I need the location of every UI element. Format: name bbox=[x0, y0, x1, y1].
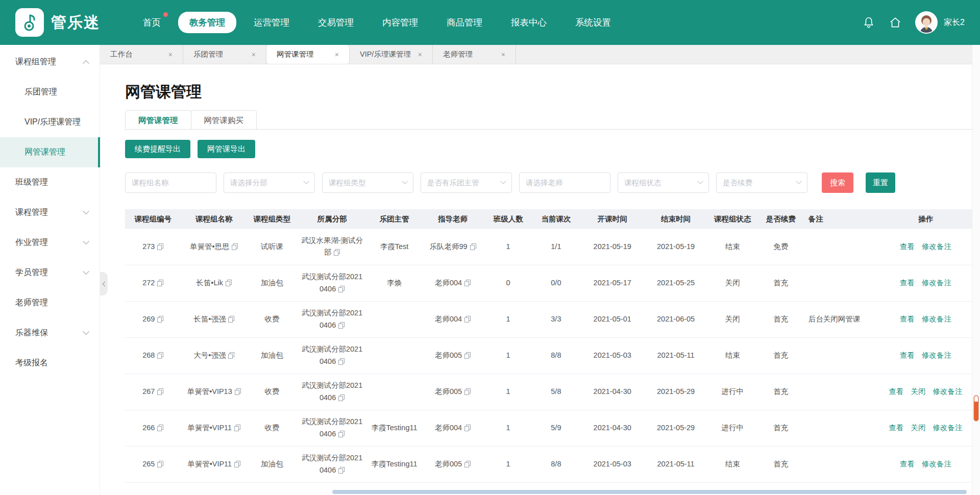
filter-row: 请选择分部课程组类型是否有乐团主管课程组状态是否续费搜索重置 bbox=[125, 172, 972, 193]
sidebar-item[interactable]: 考级报名 bbox=[0, 348, 100, 378]
sidebar-item[interactable]: 老师管理 bbox=[0, 288, 100, 318]
sidebar-collapse-handle[interactable] bbox=[100, 272, 108, 295]
sidebar-item[interactable]: 乐器维保 bbox=[0, 318, 100, 348]
cell-teacher: 老师005 bbox=[422, 374, 484, 410]
session-tab[interactable]: 工作台× bbox=[100, 45, 183, 64]
filter-input[interactable] bbox=[125, 172, 216, 193]
content-tab[interactable]: 网管课管理 bbox=[125, 110, 191, 130]
copy-icon[interactable] bbox=[464, 388, 471, 395]
copy-icon[interactable] bbox=[157, 425, 163, 431]
close-icon[interactable]: × bbox=[168, 51, 173, 59]
close-icon[interactable]: × bbox=[418, 51, 422, 59]
action-view[interactable]: 查看 bbox=[889, 387, 904, 395]
close-icon[interactable]: × bbox=[335, 51, 339, 59]
close-icon[interactable]: × bbox=[501, 51, 505, 59]
copy-icon[interactable] bbox=[338, 358, 345, 365]
sidebar-item[interactable]: 网管课管理 bbox=[0, 137, 100, 167]
copy-icon[interactable] bbox=[464, 280, 471, 286]
copy-icon[interactable] bbox=[234, 425, 240, 431]
sidebar-item[interactable]: VIP/乐理课管理 bbox=[0, 107, 100, 137]
user-name[interactable]: 家长2 bbox=[944, 17, 965, 28]
session-tab[interactable]: 乐团管理× bbox=[183, 45, 266, 64]
filter-text-input[interactable] bbox=[526, 179, 604, 187]
export-button[interactable]: 续费提醒导出 bbox=[125, 140, 190, 158]
action-edit-remark[interactable]: 修改备注 bbox=[922, 351, 951, 359]
copy-icon[interactable] bbox=[157, 243, 163, 250]
content-tab[interactable]: 网管课购买 bbox=[191, 110, 257, 130]
nav-item-report[interactable]: 报表中心 bbox=[500, 12, 558, 33]
nav-item-operation[interactable]: 运营管理 bbox=[242, 12, 301, 33]
action-view[interactable]: 查看 bbox=[900, 242, 915, 251]
copy-icon[interactable] bbox=[338, 431, 345, 437]
sidebar-item[interactable]: 学员管理 bbox=[0, 258, 100, 288]
sidebar-item[interactable]: 课程组管理 bbox=[0, 47, 100, 77]
sidebar-item[interactable]: 乐团管理 bbox=[0, 77, 100, 107]
nav-item-trade[interactable]: 交易管理 bbox=[307, 12, 365, 33]
copy-icon[interactable] bbox=[464, 425, 471, 431]
nav-item-goods[interactable]: 商品管理 bbox=[435, 12, 494, 33]
copy-icon[interactable] bbox=[470, 243, 476, 250]
copy-icon[interactable] bbox=[338, 394, 345, 401]
filter-select[interactable]: 是否有乐团主管 bbox=[421, 172, 512, 193]
action-edit-remark[interactable]: 修改备注 bbox=[933, 387, 963, 395]
copy-icon[interactable] bbox=[228, 316, 234, 323]
copy-icon[interactable] bbox=[226, 280, 232, 286]
action-edit-remark[interactable]: 修改备注 bbox=[922, 242, 951, 251]
brand-logo-icon[interactable] bbox=[15, 8, 44, 37]
nav-item-system[interactable]: 系统设置 bbox=[564, 12, 622, 33]
copy-icon[interactable] bbox=[234, 461, 240, 467]
action-view[interactable]: 查看 bbox=[900, 351, 915, 359]
copy-icon[interactable] bbox=[338, 467, 345, 474]
copy-icon[interactable] bbox=[464, 461, 471, 467]
bell-icon[interactable] bbox=[862, 16, 875, 29]
copy-icon[interactable] bbox=[338, 286, 345, 292]
session-tab[interactable]: 网管课管理× bbox=[266, 45, 350, 64]
cell-end: 2021-06-05 bbox=[645, 301, 707, 337]
action-view[interactable]: 查看 bbox=[900, 460, 915, 468]
export-button[interactable]: 网管课导出 bbox=[198, 140, 255, 158]
home-icon[interactable] bbox=[889, 16, 902, 29]
copy-icon[interactable] bbox=[235, 388, 241, 395]
session-tab[interactable]: VIP/乐理课管理× bbox=[350, 45, 433, 64]
user-avatar[interactable] bbox=[915, 11, 938, 34]
filter-text-input[interactable] bbox=[132, 179, 210, 187]
nav-item-home[interactable]: 首页 bbox=[132, 12, 172, 33]
filter-select[interactable]: 课程组类型 bbox=[322, 172, 413, 193]
action-edit-remark[interactable]: 修改备注 bbox=[933, 424, 963, 432]
nav-item-edu[interactable]: 教务管理 bbox=[178, 12, 236, 33]
vertical-scrollbar[interactable] bbox=[972, 45, 980, 495]
session-tab[interactable]: 老师管理× bbox=[433, 45, 516, 64]
horizontal-scrollbar-thumb[interactable] bbox=[332, 490, 967, 494]
action-view[interactable]: 查看 bbox=[889, 424, 904, 432]
reset-button[interactable]: 重置 bbox=[866, 172, 895, 193]
action-close[interactable]: 关闭 bbox=[911, 424, 926, 432]
filter-select[interactable]: 是否续费 bbox=[716, 172, 807, 193]
action-edit-remark[interactable]: 修改备注 bbox=[922, 315, 951, 323]
close-icon[interactable]: × bbox=[252, 51, 256, 59]
sidebar-item[interactable]: 班级管理 bbox=[0, 167, 100, 197]
action-view[interactable]: 查看 bbox=[900, 315, 915, 323]
copy-icon[interactable] bbox=[157, 461, 163, 467]
action-view[interactable]: 查看 bbox=[900, 279, 915, 287]
copy-icon[interactable] bbox=[157, 388, 163, 395]
copy-icon[interactable] bbox=[338, 322, 345, 329]
copy-icon[interactable] bbox=[157, 280, 163, 286]
sidebar-item[interactable]: 课程管理 bbox=[0, 197, 100, 228]
copy-icon[interactable] bbox=[464, 352, 471, 359]
copy-icon[interactable] bbox=[232, 243, 238, 250]
copy-icon[interactable] bbox=[464, 316, 471, 323]
filter-input[interactable] bbox=[519, 172, 610, 193]
action-edit-remark[interactable]: 修改备注 bbox=[922, 460, 951, 468]
filter-select[interactable]: 请选择分部 bbox=[224, 172, 315, 193]
sidebar-item[interactable]: 作业管理 bbox=[0, 228, 100, 258]
search-button[interactable]: 搜索 bbox=[822, 172, 853, 193]
action-edit-remark[interactable]: 修改备注 bbox=[922, 279, 951, 287]
nav-item-content[interactable]: 内容管理 bbox=[371, 12, 429, 33]
copy-icon[interactable] bbox=[157, 316, 163, 323]
vertical-scrollbar-thumb[interactable] bbox=[973, 395, 979, 422]
filter-select[interactable]: 课程组状态 bbox=[618, 172, 709, 193]
copy-icon[interactable] bbox=[157, 352, 163, 359]
copy-icon[interactable] bbox=[334, 249, 340, 256]
copy-icon[interactable] bbox=[228, 352, 234, 359]
action-close[interactable]: 关闭 bbox=[911, 387, 926, 395]
